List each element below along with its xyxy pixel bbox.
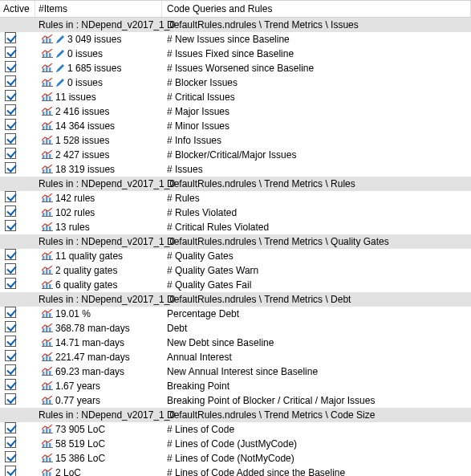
rule-row[interactable]: 69.23 man-daysNew Annual Interest since … — [0, 364, 471, 379]
group-header-row[interactable]: Rules in : NDepend_v2017_1_0DefaultRules… — [0, 177, 471, 191]
items-text: 6 quality gates — [55, 279, 117, 291]
items-text: 1 685 issues — [67, 63, 121, 74]
trend-chart-icon — [42, 208, 53, 217]
rule-row[interactable]: 13 rules# Critical Rules Violated — [0, 220, 471, 234]
items-cell: 18 319 issues — [35, 164, 162, 175]
rule-row[interactable]: 2 quality gates# Quality Gates Warn — [0, 263, 471, 278]
rule-row[interactable]: 2 LoC# Lines of Code Added since the Bas… — [0, 466, 471, 476]
active-checkbox[interactable] — [5, 61, 16, 72]
active-checkbox[interactable] — [5, 437, 16, 448]
items-cell: 0 issues — [35, 77, 162, 88]
active-checkbox[interactable] — [5, 451, 16, 462]
active-checkbox[interactable] — [5, 32, 16, 43]
rule-row[interactable]: 11 issues# Critical Issues — [0, 90, 471, 104]
column-header-items[interactable]: #Items — [35, 1, 162, 17]
rule-row[interactable]: 14.71 man-daysNew Debt since Baseline — [0, 336, 471, 350]
query-cell: # Lines of Code (NotMyCode) — [162, 453, 471, 464]
active-checkbox[interactable] — [5, 336, 16, 347]
rule-row[interactable]: 19.01 %Percentage Debt — [0, 307, 471, 321]
active-checkbox[interactable] — [5, 393, 16, 405]
items-text: 11 quality gates — [55, 250, 123, 262]
trend-chart-icon — [42, 454, 53, 462]
rule-row[interactable]: 6 quality gates# Quality Gates Fail — [0, 278, 471, 292]
active-checkbox[interactable] — [5, 47, 16, 58]
active-checkbox[interactable] — [5, 321, 16, 332]
trend-chart-icon — [42, 367, 53, 376]
rule-row[interactable]: 11 quality gates# Quality Gates — [0, 249, 471, 263]
trend-chart-icon — [42, 309, 53, 318]
query-cell: # Info Issues — [162, 135, 471, 146]
active-checkbox[interactable] — [5, 205, 16, 217]
rule-row[interactable]: 58 519 LoC# Lines of Code (JustMyCode) — [0, 437, 471, 451]
rule-row[interactable]: 73 905 LoC# Lines of Code — [0, 422, 471, 437]
rule-row[interactable]: 221.47 man-daysAnnual Interest — [0, 350, 471, 364]
active-checkbox[interactable] — [5, 379, 16, 390]
active-checkbox[interactable] — [5, 422, 16, 433]
active-checkbox[interactable] — [5, 148, 16, 159]
items-cell: 15 386 LoC — [35, 453, 162, 464]
active-checkbox[interactable] — [5, 191, 16, 202]
column-header-row: Active #Items Code Queries and Rules — [0, 0, 471, 18]
query-cell: # Rules — [162, 193, 471, 204]
rule-row[interactable]: 0 issues# Blocker Issues — [0, 75, 471, 90]
active-checkbox[interactable] — [5, 104, 16, 116]
active-checkbox[interactable] — [5, 75, 16, 87]
active-checkbox[interactable] — [5, 307, 16, 318]
rule-row[interactable]: 142 rules# Rules — [0, 191, 471, 205]
query-cell: Percentage Debt — [162, 308, 471, 319]
group-header-row[interactable]: Rules in : NDepend_v2017_1_0DefaultRules… — [0, 408, 471, 422]
active-checkbox[interactable] — [5, 162, 16, 173]
items-text: 2 quality gates — [55, 265, 117, 276]
items-text: 11 issues — [55, 92, 96, 103]
rule-row[interactable]: 1 685 issues# Issues Worsened since Base… — [0, 61, 471, 75]
active-checkbox[interactable] — [5, 90, 16, 101]
group-header-row[interactable]: Rules in : NDepend_v2017_1_0DefaultRules… — [0, 234, 471, 249]
trend-chart-icon — [42, 381, 53, 390]
rule-row[interactable]: 1.67 yearsBreaking Point — [0, 379, 471, 393]
trend-chart-icon — [42, 150, 53, 159]
query-cell: # Issues — [162, 164, 471, 175]
active-checkbox[interactable] — [5, 119, 16, 130]
group-header-row[interactable]: Rules in : NDepend_v2017_1_0DefaultRules… — [0, 18, 471, 32]
query-cell: # Rules Violated — [162, 207, 471, 218]
rule-row[interactable]: 2 416 issues# Major Issues — [0, 104, 471, 119]
items-text: 73 905 LoC — [55, 424, 105, 435]
items-cell: 11 issues — [35, 92, 162, 103]
query-cell: # Issues Fixed since Baseline — [162, 48, 471, 59]
items-cell: 2 416 issues — [35, 106, 162, 117]
rule-row[interactable]: 1 528 issues# Info Issues — [0, 133, 471, 148]
active-checkbox[interactable] — [5, 220, 16, 231]
trend-chart-icon — [42, 323, 53, 332]
rule-row[interactable]: 2 427 issues# Blocker/Critical/Major Iss… — [0, 148, 471, 162]
rule-row[interactable]: 0.77 yearsBreaking Point of Blocker / Cr… — [0, 393, 471, 408]
trend-chart-icon — [42, 107, 53, 116]
rule-row[interactable]: 0 issues# Issues Fixed since Baseline — [0, 47, 471, 61]
query-cell: # Quality Gates Warn — [162, 265, 471, 276]
active-checkbox[interactable] — [5, 278, 16, 289]
active-checkbox[interactable] — [5, 133, 16, 144]
column-header-active[interactable]: Active — [0, 1, 35, 17]
rules-table: Active #Items Code Queries and Rules Rul… — [0, 0, 471, 476]
active-checkbox[interactable] — [5, 364, 16, 376]
rule-row[interactable]: 14 364 issues# Minor Issues — [0, 119, 471, 133]
items-text: 14.71 man-days — [55, 337, 124, 348]
active-checkbox[interactable] — [5, 350, 16, 361]
rule-row[interactable]: 18 319 issues# Issues — [0, 162, 471, 177]
rule-row[interactable]: 102 rules# Rules Violated — [0, 205, 471, 220]
trend-chart-icon — [42, 425, 53, 433]
items-text: 2 416 issues — [55, 106, 109, 117]
query-cell: Breaking Point — [162, 380, 471, 392]
active-checkbox[interactable] — [5, 249, 16, 260]
rule-row[interactable]: 368.78 man-daysDebt — [0, 321, 471, 336]
column-header-query[interactable]: Code Queries and Rules — [162, 1, 471, 17]
trend-chart-icon — [42, 468, 53, 476]
active-checkbox[interactable] — [5, 263, 16, 275]
active-checkbox[interactable] — [5, 466, 16, 476]
items-cell: 2 LoC — [35, 467, 162, 477]
group-header-row[interactable]: Rules in : NDepend_v2017_1_0DefaultRules… — [0, 292, 471, 307]
items-cell: 14 364 issues — [35, 120, 162, 132]
rule-row[interactable]: 3 049 issues# New Issues since Baseline — [0, 32, 471, 47]
rule-row[interactable]: 15 386 LoC# Lines of Code (NotMyCode) — [0, 451, 471, 466]
query-cell: New Debt since Baseline — [162, 337, 471, 348]
items-text: 15 386 LoC — [55, 453, 105, 464]
